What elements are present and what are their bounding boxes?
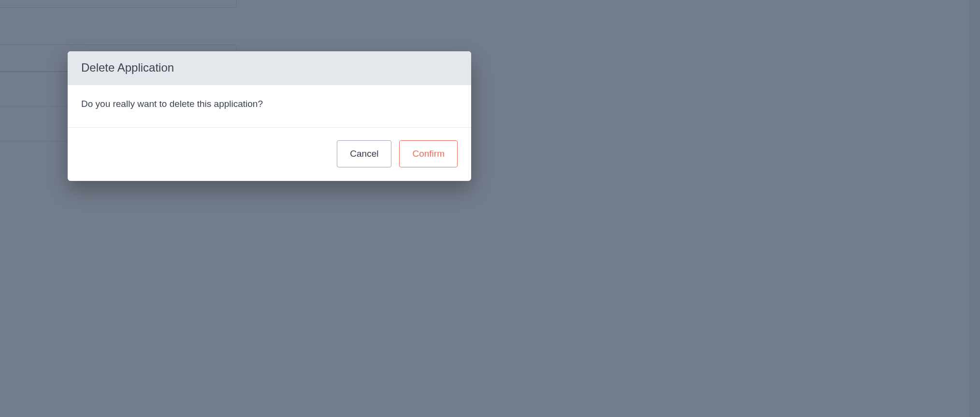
dialog-header: Delete Application [68,51,471,85]
dialog-body: Do you really want to delete this applic… [68,85,471,128]
dialog-title: Delete Application [81,61,458,74]
dialog-message: Do you really want to delete this applic… [81,98,458,111]
cancel-button[interactable]: Cancel [337,140,391,167]
dialog-footer: Cancel Confirm [68,128,471,181]
confirm-button[interactable]: Confirm [399,140,458,167]
scrollbar-track[interactable] [969,0,980,417]
delete-application-dialog: Delete Application Do you really want to… [68,51,471,181]
